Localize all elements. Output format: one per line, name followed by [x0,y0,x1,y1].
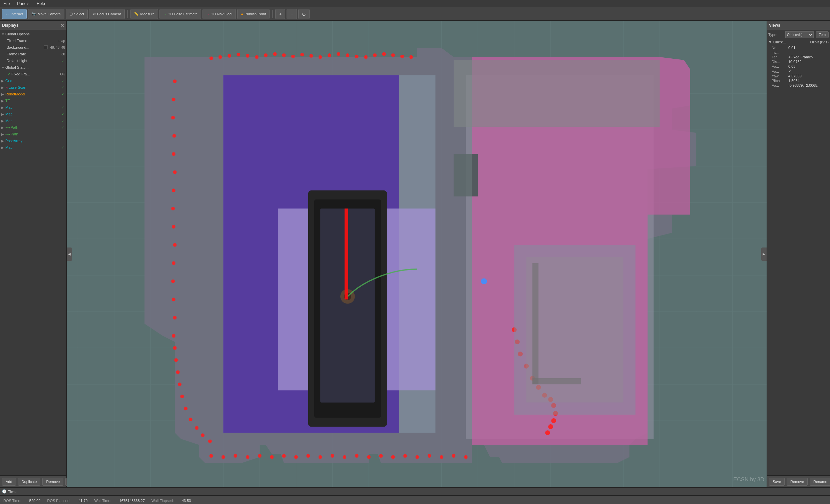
svg-point-97 [391,455,395,459]
check-icon: ✓ [60,119,65,123]
list-item[interactable]: ▶ Map ✓ [0,111,66,118]
toolbar-separator-2 [272,10,273,18]
list-item[interactable]: Background... 48; 48; 48 [0,44,66,51]
prop-value: 10.0752 [788,60,829,64]
laser-icon: ∿ [5,86,8,89]
plus-button[interactable]: + [275,9,285,19]
measure-button[interactable]: 📏 Measure [130,9,158,19]
list-item[interactable]: ▶ ⟿ Path ✓ [0,124,66,131]
svg-point-87 [270,455,274,459]
item-label: Map [5,105,60,109]
svg-point-96 [379,454,383,458]
svg-point-84 [233,454,237,458]
views-title: Views [769,23,780,28]
current-section: ▼ Curre... Orbit (rviz) [768,40,829,44]
interact-button[interactable]: ↔ Interact [2,9,27,19]
list-item[interactable]: ▶ Map ✓ [0,144,66,151]
pose-estimate-button[interactable]: → 2D Pose Estimate [159,9,201,19]
svg-point-89 [294,455,298,459]
type-select[interactable]: Orbit (rviz) [785,31,813,38]
views-header: Views [767,21,830,30]
displays-header: Displays ✕ [0,21,66,30]
select-button[interactable]: ▢ Select [66,9,88,19]
svg-point-93 [343,455,346,459]
list-item[interactable]: Default Light ✓ [0,57,66,64]
list-item[interactable]: ▶ Map ✓ [0,104,66,111]
svg-point-61 [364,55,368,59]
svg-point-54 [300,53,304,56]
expand-icon: ▶ [1,99,5,103]
check-icon: ✓ [60,146,65,150]
prop-value: ✓ [788,69,829,73]
list-item[interactable]: Fixed Frame map [0,37,66,44]
item-label: LaserScan [9,85,60,89]
prop-value: 0.05 [788,64,829,68]
views-rename-button[interactable]: Rename [810,478,830,486]
item-label: Map [5,146,60,150]
displays-footer: Add Duplicate Remove Rename [0,475,66,487]
wall-elapsed-label: Wall Elapsed: [152,499,174,503]
reset-button[interactable]: ⊙ [298,9,310,19]
list-item[interactable]: ▶ ∿ LaserScan ✓ [0,84,66,91]
collapse-left-arrow[interactable]: ◀ [67,248,72,261]
zero-button[interactable]: Zero [816,31,829,38]
prop-row: Fo... 0.05 [768,64,829,69]
item-label: Global Statu... [5,65,65,69]
item-label: Path [11,125,60,129]
nav-goal-button[interactable]: → 2D Nav Goal [202,9,236,19]
check-icon: ✓ [60,79,65,83]
list-item[interactable]: ▶ Grid ✓ [0,77,66,84]
svg-point-109 [184,407,188,410]
remove-button[interactable]: Remove [42,478,63,486]
ros-elapsed-label: ROS Elapsed: [47,499,70,503]
menu-file[interactable]: File [2,1,11,7]
svg-point-49 [255,55,259,59]
svg-point-105 [174,358,178,362]
list-item[interactable]: Frame Rate 30 [0,51,66,57]
svg-point-100 [428,454,432,458]
3d-viewport[interactable]: ◀ ▶ [67,21,767,487]
check-icon: ✓ [60,113,65,116]
minus-button[interactable]: − [287,9,296,19]
menu-help[interactable]: Help [35,1,46,7]
displays-close-button[interactable]: ✕ [60,23,64,28]
ros-elapsed-value: 41.79 [78,499,88,503]
svg-point-88 [282,454,286,458]
list-item[interactable]: ▶ ⟿ Path [0,131,66,137]
item-label: Grid [5,79,60,83]
list-item[interactable]: ▶ Map ✓ [0,118,66,124]
svg-point-65 [400,55,404,58]
collapse-right-arrow[interactable]: ▶ [761,248,767,261]
item-label: Default Light [7,59,60,63]
list-item[interactable]: ▼ Global Statu... [0,64,66,71]
list-item[interactable]: ✓ Fixed Fra... OK [0,71,66,77]
prop-name: Pitch [772,79,788,83]
svg-point-69 [171,116,175,119]
expand-icon: ▶ [1,79,5,83]
scene-canvas[interactable]: ECSN by 3D... [67,21,767,487]
svg-point-113 [208,439,212,443]
svg-rect-135 [472,154,478,196]
views-save-button[interactable]: Save [769,478,785,486]
list-item[interactable]: ▶ RobotModel ✓ [0,91,66,97]
svg-point-126 [545,430,550,435]
focus-camera-button[interactable]: ⊕ Focus Camera [89,9,125,19]
list-item[interactable]: ▶ TF [0,97,66,104]
publish-point-button[interactable]: ● Publish Point [237,9,269,19]
svg-point-78 [171,280,175,283]
svg-point-67 [173,80,177,83]
svg-point-74 [171,207,175,211]
views-remove-button[interactable]: Remove [787,478,808,486]
list-item[interactable]: ▶ PoseArray [0,137,66,144]
svg-point-79 [172,297,175,301]
add-button[interactable]: Add [2,478,16,486]
svg-point-80 [173,316,177,319]
list-item[interactable]: ▼ Global Options [0,31,66,37]
item-label: Path [11,132,60,136]
item-label: RobotModel [5,92,60,96]
svg-point-68 [172,98,175,101]
item-label: Fixed Frame [7,39,57,43]
move-camera-button[interactable]: 📷 Move Camera [28,9,64,19]
duplicate-button[interactable]: Duplicate [18,478,41,486]
menu-panels[interactable]: Panels [16,1,31,7]
